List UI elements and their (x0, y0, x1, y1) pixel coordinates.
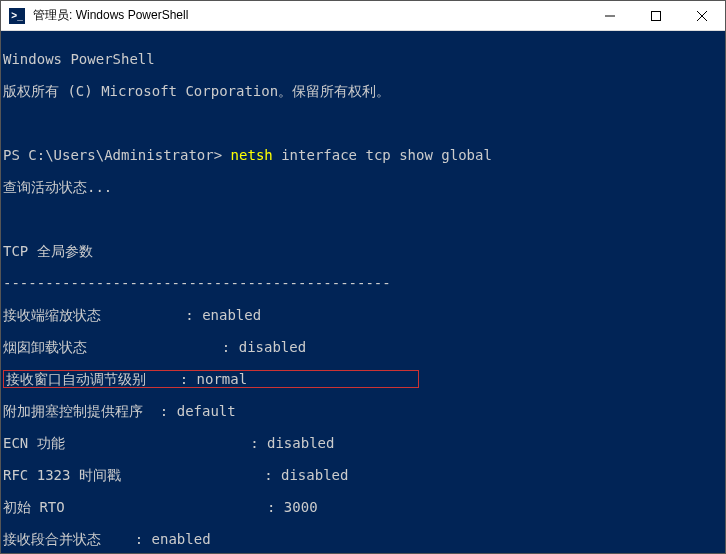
prompt-line-1: PS C:\Users\Administrator> netsh interfa… (3, 147, 723, 163)
blank-line (3, 115, 723, 131)
header-line-2: 版权所有 (C) Microsoft Corporation。保留所有权利。 (3, 83, 723, 99)
param-row: 接收端缩放状态 : enabled (3, 307, 723, 323)
section-title: TCP 全局参数 (3, 243, 723, 259)
powershell-icon: >_ (9, 8, 25, 24)
param-row: 附加拥塞控制提供程序 : default (3, 403, 723, 419)
maximize-icon (651, 11, 661, 21)
param-row: RFC 1323 时间戳 : disabled (3, 467, 723, 483)
highlighted-text: 接收窗口自动调节级别 : normal (6, 371, 247, 387)
section-divider: ----------------------------------------… (3, 275, 723, 291)
param-row: 接收段合并状态 : enabled (3, 531, 723, 547)
param-row: ECN 功能 : disabled (3, 435, 723, 451)
close-button[interactable] (679, 1, 725, 30)
blank-line-2 (3, 211, 723, 227)
querying-line: 查询活动状态... (3, 179, 723, 195)
minimize-icon (605, 11, 615, 21)
window-title: 管理员: Windows PowerShell (33, 7, 587, 24)
maximize-button[interactable] (633, 1, 679, 30)
window-controls (587, 1, 725, 30)
header-line-1: Windows PowerShell (3, 51, 723, 67)
close-icon (697, 11, 707, 21)
minimize-button[interactable] (587, 1, 633, 30)
command-name: netsh (231, 147, 273, 163)
highlight-box: 接收窗口自动调节级别 : normal (3, 370, 419, 388)
terminal-area[interactable]: Windows PowerShell 版权所有 (C) Microsoft Co… (1, 31, 725, 553)
param-row: 烟囱卸载状态 : disabled (3, 339, 723, 355)
param-row-highlighted: 接收窗口自动调节级别 : normal (3, 371, 723, 387)
param-row: 初始 RTO : 3000 (3, 499, 723, 515)
command-args: interface tcp show global (273, 147, 492, 163)
svg-rect-1 (652, 11, 661, 20)
prompt-path: PS C:\Users\Administrator> (3, 147, 222, 163)
window-titlebar: >_ 管理员: Windows PowerShell (1, 1, 725, 31)
